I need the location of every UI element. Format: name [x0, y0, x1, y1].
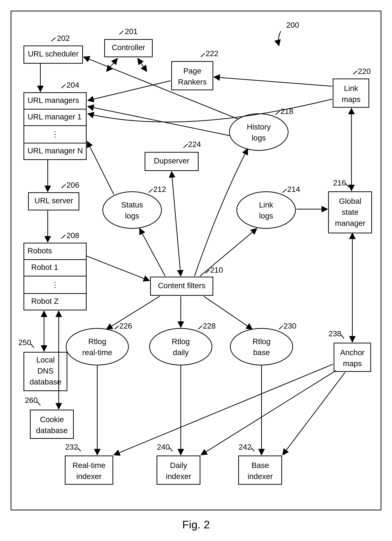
svg-text:URL manager 1: URL manager 1 [27, 112, 82, 121]
svg-text:⋮: ⋮ [51, 130, 59, 139]
svg-text:⋮: ⋮ [51, 280, 59, 289]
svg-text:212: 212 [153, 185, 166, 193]
svg-text:DNS: DNS [37, 367, 54, 375]
svg-text:state: state [342, 208, 358, 217]
svg-text:database: database [30, 378, 62, 386]
svg-text:daily: daily [173, 348, 189, 357]
svg-text:Controller: Controller [112, 43, 145, 52]
svg-text:real-time: real-time [82, 348, 112, 357]
svg-text:202: 202 [57, 34, 70, 42]
svg-text:maps: maps [342, 95, 361, 104]
svg-text:228: 228 [203, 322, 216, 330]
svg-text:URL manager N: URL manager N [27, 146, 83, 155]
svg-text:indexer: indexer [166, 472, 191, 481]
figure-caption: Fig. 2 [182, 518, 210, 531]
svg-text:240: 240 [157, 443, 170, 451]
svg-text:History: History [247, 123, 271, 131]
svg-text:Cookie: Cookie [40, 415, 64, 424]
url-managers-box: URL managers URL manager 1 ⋮ URL manager… [24, 81, 86, 160]
svg-text:URL server: URL server [35, 196, 73, 205]
svg-text:Link: Link [344, 84, 358, 93]
svg-text:220: 220 [358, 67, 371, 76]
svg-text:242: 242 [239, 443, 251, 451]
svg-text:Robot 1: Robot 1 [31, 263, 58, 271]
svg-text:222: 222 [205, 49, 218, 58]
svg-text:logs: logs [259, 212, 273, 220]
svg-text:214: 214 [287, 185, 300, 193]
svg-text:226: 226 [119, 322, 132, 330]
svg-text:logs: logs [125, 212, 139, 220]
svg-text:Robot Z: Robot Z [31, 297, 58, 306]
svg-point-74 [150, 328, 212, 365]
svg-text:Base: Base [251, 461, 269, 470]
svg-text:216: 216 [333, 178, 346, 187]
svg-text:logs: logs [252, 134, 266, 142]
svg-text:Rtlog: Rtlog [252, 337, 271, 346]
svg-text:URL scheduler: URL scheduler [28, 50, 78, 58]
svg-text:201: 201 [125, 27, 138, 36]
svg-text:Link: Link [259, 201, 273, 209]
svg-text:250: 250 [18, 338, 31, 347]
svg-text:230: 230 [283, 322, 296, 330]
svg-text:Rtlog: Rtlog [172, 337, 190, 346]
svg-text:Global: Global [339, 197, 361, 205]
svg-text:Status: Status [121, 201, 143, 209]
svg-text:Daily: Daily [170, 461, 187, 470]
svg-text:indexer: indexer [76, 472, 102, 481]
svg-point-58 [237, 192, 295, 228]
svg-text:manager: manager [335, 219, 365, 228]
svg-text:Local: Local [36, 355, 55, 364]
svg-text:238: 238 [329, 329, 341, 338]
svg-point-78 [230, 328, 293, 365]
svg-text:indexer: indexer [248, 472, 273, 481]
svg-text:Anchor: Anchor [340, 348, 365, 357]
svg-text:base: base [253, 348, 270, 357]
svg-text:232: 232 [65, 443, 78, 451]
svg-text:Real-time: Real-time [73, 461, 105, 470]
svg-text:208: 208 [66, 231, 79, 240]
svg-text:224: 224 [188, 140, 201, 149]
svg-text:Robots: Robots [27, 246, 52, 255]
svg-text:204: 204 [66, 81, 79, 89]
svg-text:maps: maps [343, 359, 362, 368]
svg-text:Content filters: Content filters [158, 281, 205, 290]
svg-text:260: 260 [25, 396, 38, 405]
svg-text:URL managers: URL managers [27, 96, 79, 104]
svg-point-54 [103, 192, 162, 228]
svg-text:Page: Page [183, 67, 201, 75]
system-diagram: 200 Controller 201 URL scheduler 202 URL… [0, 0, 392, 541]
svg-text:206: 206 [66, 181, 79, 189]
svg-text:200: 200 [286, 21, 299, 29]
robots-box: Robots Robot 1 ⋮ Robot Z 208 [24, 231, 86, 310]
svg-text:Rankers: Rankers [178, 78, 207, 86]
svg-text:210: 210 [210, 266, 223, 274]
svg-text:Rtlog: Rtlog [88, 337, 106, 346]
svg-point-70 [66, 328, 128, 365]
svg-text:Dupserver: Dupserver [154, 156, 189, 165]
svg-text:database: database [36, 426, 68, 435]
